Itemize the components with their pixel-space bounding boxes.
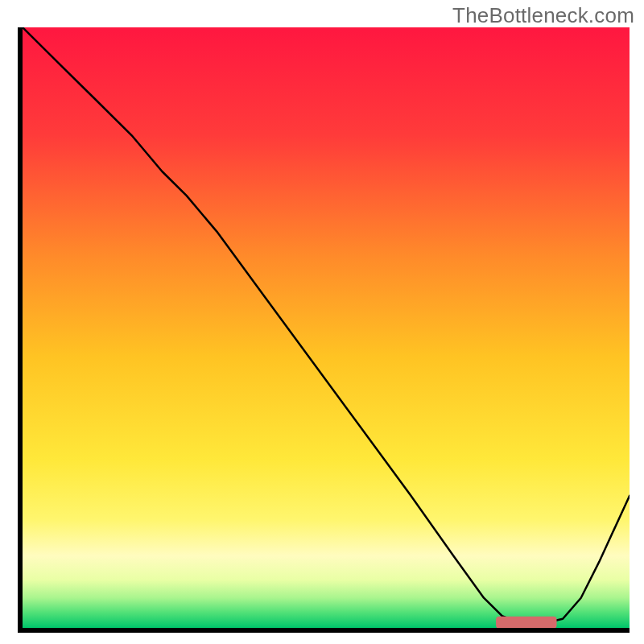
y-axis: [18, 27, 23, 633]
chart-frame: TheBottleneck.com: [0, 0, 644, 644]
plot-area: [18, 27, 630, 633]
optimal-marker: [496, 617, 556, 628]
chart-svg: [23, 27, 630, 628]
watermark-text: TheBottleneck.com: [452, 3, 634, 28]
x-axis: [18, 628, 630, 633]
